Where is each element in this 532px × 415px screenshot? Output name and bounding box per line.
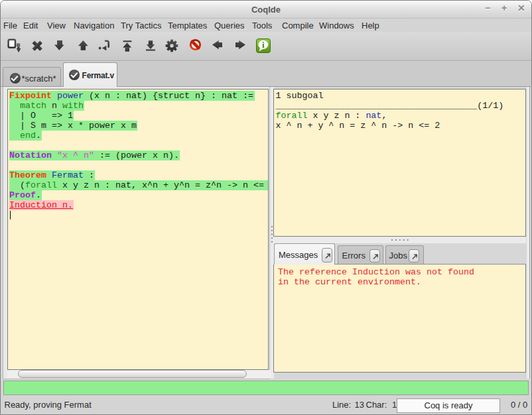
svg-text:i: i	[262, 39, 265, 49]
